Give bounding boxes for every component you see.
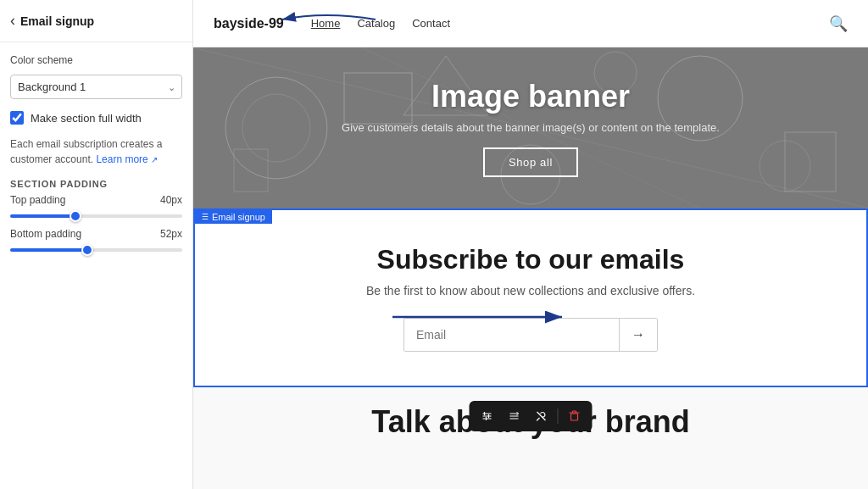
- store-header: bayside-99 Home Catalog Contact 🔍: [193, 0, 868, 47]
- nav-home[interactable]: Home: [311, 17, 341, 30]
- full-width-label[interactable]: Make section full width: [31, 112, 142, 125]
- color-scheme-label: Color scheme: [10, 54, 182, 66]
- email-signup-section: ☰ Email signup Subscribe to our emails B…: [193, 208, 868, 387]
- full-width-checkbox[interactable]: [10, 111, 24, 125]
- top-padding-label: Top padding: [10, 194, 65, 206]
- full-width-toggle: Make section full width: [10, 111, 182, 125]
- top-padding-field: Top padding 40px: [10, 194, 182, 225]
- email-signup-title: Subscribe to our emails: [215, 244, 846, 275]
- toolbar-reorder-button[interactable]: [502, 404, 527, 428]
- nav-contact[interactable]: Contact: [412, 17, 450, 30]
- bottom-padding-field: Bottom padding 52px: [10, 228, 182, 258]
- top-padding-thumb[interactable]: [70, 210, 81, 222]
- banner-content: Image banner Give customers details abou…: [342, 79, 720, 177]
- shop-all-button[interactable]: Shop all: [483, 147, 578, 177]
- top-padding-row: Top padding 40px: [10, 194, 182, 206]
- email-section-badge: ☰ Email signup: [195, 210, 272, 224]
- section-padding-group: SECTION PADDING Top padding 40px Bottom …: [10, 179, 182, 258]
- section-padding-label: SECTION PADDING: [10, 179, 182, 189]
- search-icon[interactable]: 🔍: [829, 14, 848, 33]
- bottom-padding-label: Bottom padding: [10, 228, 81, 240]
- nav-catalog[interactable]: Catalog: [357, 17, 395, 30]
- banner-title: Image banner: [342, 79, 720, 114]
- svg-rect-9: [234, 149, 268, 192]
- floating-toolbar: [470, 401, 593, 431]
- toolbar-delete-button[interactable]: [562, 404, 587, 428]
- svg-rect-6: [785, 132, 836, 192]
- top-padding-track[interactable]: [10, 214, 182, 218]
- svg-rect-26: [571, 414, 578, 420]
- banner-section: Image banner Give customers details abou…: [193, 47, 868, 208]
- banner-subtitle: Give customers details about the banner …: [342, 121, 720, 134]
- bottom-padding-fill: [10, 248, 87, 252]
- bottom-padding-thumb[interactable]: [81, 244, 93, 256]
- bottom-padding-track[interactable]: [10, 248, 182, 252]
- store-logo[interactable]: bayside-99: [214, 16, 284, 31]
- info-text: Each email subscription creates a custom…: [10, 136, 182, 167]
- preview-area: bayside-99 Home Catalog Contact 🔍: [193, 0, 868, 489]
- email-submit-button[interactable]: →: [619, 319, 657, 351]
- panel-title: Email signup: [20, 14, 94, 28]
- email-input-row: →: [403, 318, 658, 352]
- email-signup-subtitle: Be the first to know about new collectio…: [215, 284, 846, 297]
- email-input[interactable]: [404, 319, 619, 351]
- toolbar-divider: [558, 408, 559, 424]
- color-scheme-section: Color scheme Background 1 Background 2 I…: [10, 54, 182, 99]
- store-nav: Home Catalog Contact: [311, 17, 450, 30]
- toolbar-settings-button[interactable]: [475, 404, 500, 428]
- color-scheme-select[interactable]: Background 1 Background 2 Inverse: [10, 75, 182, 99]
- svg-point-1: [225, 77, 327, 179]
- panel-body: Color scheme Background 1 Background 2 I…: [0, 42, 192, 270]
- bottom-padding-value: 52px: [160, 228, 182, 240]
- panel-header: ‹ Email signup: [0, 0, 192, 42]
- back-button[interactable]: ‹: [10, 12, 15, 30]
- toolbar-unlink-button[interactable]: [529, 404, 554, 428]
- learn-more-link[interactable]: Learn more: [96, 153, 157, 165]
- settings-panel: ‹ Email signup Color scheme Background 1…: [0, 0, 193, 489]
- top-padding-value: 40px: [160, 194, 182, 206]
- color-scheme-select-wrapper: Background 1 Background 2 Inverse ⌄: [10, 75, 182, 99]
- top-padding-fill: [10, 214, 75, 218]
- bottom-padding-row: Bottom padding 52px: [10, 228, 182, 240]
- svg-point-2: [242, 94, 310, 162]
